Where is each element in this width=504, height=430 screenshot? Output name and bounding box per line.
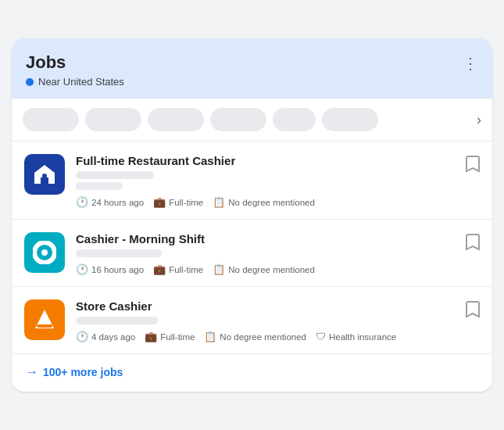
job-time-2: 🕐 16 hours ago: [76, 263, 144, 275]
table-row[interactable]: Full-time Restaurant Cashier 🕐 24 hours …: [12, 142, 492, 220]
job-company-bar-2: [76, 249, 162, 257]
more-jobs-row: → 100+ more jobs: [12, 354, 492, 392]
table-row[interactable]: Cashier - Morning Shift 🕐 16 hours ago 💼…: [12, 220, 492, 287]
page-title: Jobs: [26, 52, 66, 73]
clock-icon-2: 🕐: [76, 263, 88, 275]
job-time-1: 🕐 24 hours ago: [76, 196, 144, 208]
job-list: Full-time Restaurant Cashier 🕐 24 hours …: [12, 142, 492, 354]
svg-point-2: [41, 249, 48, 256]
clock-icon-3: 🕐: [76, 331, 88, 342]
bookmark-button-1[interactable]: [466, 154, 480, 177]
arrow-right-icon: →: [26, 365, 38, 379]
company-logo-2: [24, 232, 65, 273]
job-benefit-3: 🛡 Health insurance: [316, 331, 396, 342]
job-education-3: 📋 No degree mentioned: [204, 331, 306, 342]
job-info-1: Full-time Restaurant Cashier 🕐 24 hours …: [76, 154, 455, 208]
job-meta-2: 🕐 16 hours ago 💼 Full-time 📋 No degree m…: [76, 263, 455, 275]
filter-pill-1[interactable]: [23, 108, 79, 131]
bookmark-button-2[interactable]: [466, 232, 480, 255]
svg-rect-4: [37, 324, 52, 328]
house-icon: [33, 163, 56, 185]
company-logo-3: [24, 299, 65, 340]
diploma-icon-2: 📋: [213, 263, 225, 275]
table-row[interactable]: Store Cashier 🕐 4 days ago 💼 Full-time 📋…: [12, 287, 492, 354]
filter-pill-4[interactable]: [210, 108, 266, 131]
company-logo-1: [24, 154, 65, 195]
job-type-3: 💼 Full-time: [145, 331, 195, 342]
donut-icon: [33, 241, 56, 264]
filter-pill-3[interactable]: [148, 108, 204, 131]
cone-icon: [34, 308, 55, 331]
location-text: Near United States: [38, 76, 124, 88]
job-title-2: Cashier - Morning Shift: [76, 232, 455, 245]
job-meta-1: 🕐 24 hours ago 💼 Full-time 📋 No degree m…: [76, 196, 455, 208]
filter-pill-2[interactable]: [85, 108, 141, 131]
jobs-card: Jobs ⋮ Near United States › Full: [12, 38, 492, 392]
job-education-1: 📋 No degree mentioned: [213, 196, 315, 208]
diploma-icon-3: 📋: [204, 331, 216, 342]
clock-icon: 🕐: [76, 196, 88, 208]
job-location-bar-1: [76, 182, 123, 190]
filter-chevron-icon[interactable]: ›: [477, 112, 481, 128]
job-company-bar-3: [76, 317, 158, 324]
job-info-2: Cashier - Morning Shift 🕐 16 hours ago 💼…: [76, 232, 455, 275]
job-title-1: Full-time Restaurant Cashier: [76, 154, 455, 167]
filter-pill-5[interactable]: [273, 108, 316, 131]
bookmark-button-3[interactable]: [466, 299, 480, 322]
filter-pill-6[interactable]: [322, 108, 378, 131]
filter-bar: ›: [12, 99, 492, 142]
job-type-1: 💼 Full-time: [153, 196, 203, 208]
more-jobs-link[interactable]: → 100+ more jobs: [26, 365, 123, 379]
briefcase-icon-2: 💼: [153, 263, 166, 275]
diploma-icon: 📋: [213, 196, 225, 208]
job-title-3: Store Cashier: [76, 299, 455, 313]
job-type-2: 💼 Full-time: [153, 263, 203, 275]
svg-point-0: [42, 174, 47, 178]
job-meta-3: 🕐 4 days ago 💼 Full-time 📋 No degree men…: [76, 331, 455, 342]
location-dot-icon: [26, 78, 34, 86]
more-options-button[interactable]: ⋮: [463, 54, 478, 73]
shield-icon: 🛡: [316, 331, 326, 342]
briefcase-icon: 💼: [153, 196, 166, 208]
header: Jobs ⋮ Near United States: [12, 38, 492, 99]
job-info-3: Store Cashier 🕐 4 days ago 💼 Full-time 📋…: [76, 299, 455, 342]
job-company-bar-1: [76, 171, 154, 179]
more-jobs-label: 100+ more jobs: [43, 366, 123, 378]
briefcase-icon-3: 💼: [145, 331, 157, 342]
job-time-3: 🕐 4 days ago: [76, 331, 135, 342]
job-education-2: 📋 No degree mentioned: [213, 263, 315, 275]
